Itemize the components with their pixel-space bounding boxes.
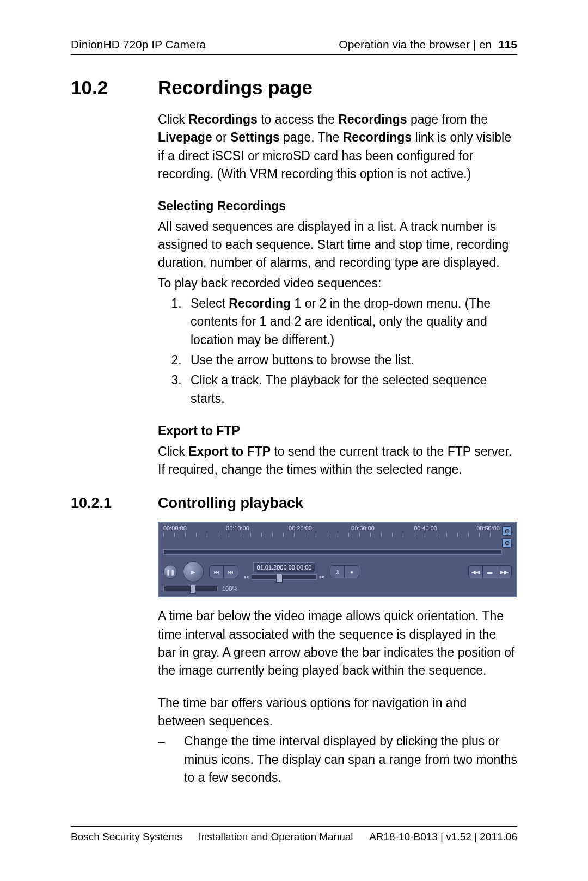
tick-label: 00:30:00 [351,525,375,531]
intro-paragraph: Click Recordings to access the Recording… [158,111,517,183]
list-item: Click a track. The playback for the sele… [185,371,517,408]
rewind-button[interactable]: ◀◀ [469,566,483,578]
zoom-out-icon[interactable]: ⊖ [502,538,512,548]
page-footer: Bosch Security Systems Installation and … [71,826,517,843]
stop-button[interactable]: ▬ [483,566,497,578]
list-item: Use the arrow buttons to browse the list… [185,351,517,369]
range-slider[interactable] [252,574,317,580]
bullet-text: Change the time interval displayed by cl… [184,732,517,787]
range-end-icon[interactable]: ✂ [319,573,324,581]
speed-group: ◀◀ ▬ ▶▶ [468,565,512,578]
page-number: 115 [498,38,517,51]
sequence-strip[interactable] [163,549,502,555]
footer-center: Installation and Operation Manual [198,831,353,843]
skip-forward-button[interactable]: ⏭ [224,566,238,578]
skip-back-button[interactable]: ⏮ [210,566,224,578]
page-header: DinionHD 720p IP Camera Operation via th… [71,38,517,55]
subsection-title: Controlling playback [158,495,303,512]
dash-icon: – [158,732,184,787]
footer-right: AR18-10-B013 | v1.52 | 2011.06 [369,831,517,843]
header-right: Operation via the browser | en 115 [339,38,517,51]
range-start-icon[interactable]: ✂ [244,573,249,581]
ftp-paragraph: Click Export to FTP to send the current … [158,443,517,479]
tick-label: 00:50:00 [476,525,500,531]
subsection-header: 10.2.1 Controlling playback [71,495,517,512]
skip-group: ⏮ ⏭ [209,565,238,578]
subsection-number: 10.2.1 [71,495,158,512]
tick-marks [163,533,500,537]
play-button[interactable]: ▶ [183,561,204,582]
timeline[interactable]: 00:00:00 00:10:00 00:20:00 00:30:00 00:4… [161,525,502,537]
tick-label: 00:00:00 [163,525,187,531]
section-recordings: 10.2 Recordings page Click Recordings to… [71,77,517,479]
selecting-paragraph-2: To play back recorded video sequences: [158,274,517,292]
header-left: DinionHD 720p IP Camera [71,38,206,51]
selecting-paragraph: All saved sequences are displayed in a l… [158,218,517,272]
playback-paragraph-1: A time bar below the video image allows … [158,607,517,680]
subhead-selecting: Selecting Recordings [158,197,517,215]
export-group: ⇫ ● [330,565,359,578]
list-item: Select Recording 1 or 2 in the drop-down… [185,295,517,349]
export-button[interactable]: ⇫ [330,566,345,578]
section-title: Recordings page [158,77,313,99]
pause-button[interactable]: ❚❚ [163,565,177,579]
volume-slider[interactable] [163,586,218,591]
section-number: 10.2 [71,77,158,99]
zoom-in-icon[interactable]: ⊕ [502,526,512,536]
timestamp-display: 01.01.2000 00:00:00 [253,562,316,572]
bullet-item: – Change the time interval displayed by … [158,732,517,787]
tick-label: 00:10:00 [226,525,249,531]
playback-control-panel: 00:00:00 00:10:00 00:20:00 00:30:00 00:4… [158,522,517,597]
footer-left: Bosch Security Systems [71,831,182,843]
record-button[interactable]: ● [345,566,359,578]
tick-label: 00:20:00 [289,525,312,531]
page: DinionHD 720p IP Camera Operation via th… [0,0,588,881]
volume-label: 100% [222,585,237,592]
playback-paragraph-2: The time bar offers various options for … [158,694,517,731]
subhead-ftp: Export to FTP [158,422,517,440]
tick-label: 00:40:00 [414,525,437,531]
steps-list: Select Recording 1 or 2 in the drop-down… [174,295,517,408]
fast-forward-button[interactable]: ▶▶ [497,566,511,578]
